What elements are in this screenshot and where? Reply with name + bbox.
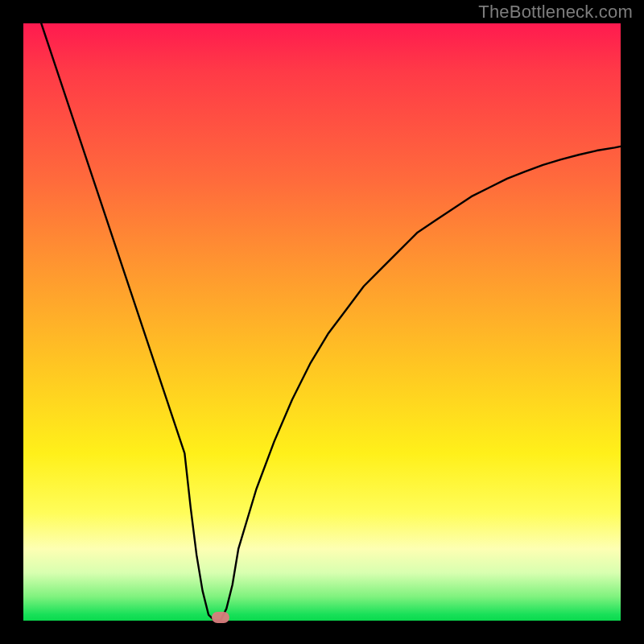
chart-frame: TheBottleneck.com [0, 0, 644, 644]
bottleneck-curve [23, 23, 621, 621]
plot-area [23, 23, 621, 621]
optimal-point-marker [212, 612, 229, 623]
attribution-text: TheBottleneck.com [478, 2, 633, 23]
